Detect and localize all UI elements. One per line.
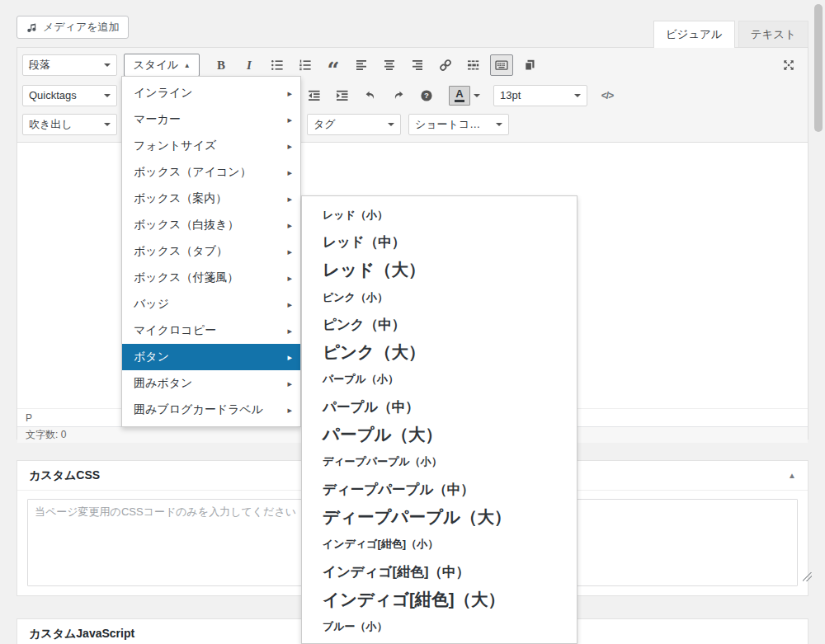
redo-icon <box>392 89 405 102</box>
blockquote-button[interactable] <box>322 54 345 76</box>
submenu-item-label: ピンク（中） <box>323 316 405 334</box>
outdent-button[interactable] <box>303 85 326 106</box>
submenu-item[interactable]: レッド（小） <box>302 201 577 228</box>
submenu-item[interactable]: インディゴ[紺色]（大） <box>302 585 577 613</box>
undo-icon <box>364 89 377 102</box>
shortcode-select[interactable]: ショートコ… <box>408 114 509 135</box>
tag-select[interactable]: タグ <box>307 114 401 135</box>
format-select[interactable]: 段落 <box>22 54 117 76</box>
style-menu-item[interactable]: ボックス（白抜き）▸ <box>122 212 300 238</box>
bold-button[interactable]: B <box>210 54 233 76</box>
submenu-item[interactable]: ピンク（大） <box>302 338 577 365</box>
speech-bubble-select[interactable]: 吹き出し <box>22 114 117 135</box>
style-menu-item-label: マイクロコピー <box>134 323 216 338</box>
style-menu-item[interactable]: フォントサイズ▸ <box>122 133 300 159</box>
custom-css-title: カスタムCSS <box>29 468 100 483</box>
submenu-item[interactable]: ピンク（中） <box>302 311 577 338</box>
custom-js-title: カスタムJavaScript <box>29 627 134 642</box>
source-code-button[interactable]: </> <box>596 85 619 106</box>
submenu-arrow-icon: ▸ <box>287 326 292 336</box>
help-icon: ? <box>420 89 433 102</box>
submenu-item[interactable]: パープル（大） <box>302 421 577 448</box>
style-menu-item[interactable]: 囲みボタン▸ <box>122 370 300 397</box>
collapse-panel-button[interactable]: ▲ <box>788 471 796 480</box>
style-menu-item[interactable]: マイクロコピー▸ <box>122 317 300 344</box>
fullscreen-button[interactable] <box>777 54 800 76</box>
editor-mode-tabs: ビジュアル テキスト <box>650 21 808 48</box>
style-menu-item-label: インライン <box>134 86 193 101</box>
toolbar-toggle-button[interactable] <box>490 54 513 76</box>
styles-button-label: スタイル <box>133 58 178 73</box>
button-styles-submenu: レッド（小）レッド（中）レッド（大）ピンク（小）ピンク（中）ピンク（大）パープル… <box>301 195 578 644</box>
style-menu-item[interactable]: ボタン▸ <box>122 344 300 370</box>
style-menu-item-label: フォントサイズ <box>134 139 216 153</box>
link-button[interactable] <box>434 54 457 76</box>
italic-icon: I <box>247 59 252 73</box>
style-menu-item-label: ボックス（タブ） <box>134 244 228 259</box>
align-right-button[interactable] <box>406 54 429 76</box>
indent-button[interactable] <box>331 85 354 106</box>
submenu-item[interactable]: ディープパープル（中） <box>302 476 577 503</box>
numbered-list-button[interactable] <box>294 54 317 76</box>
style-menu-item[interactable]: ボックス（タブ）▸ <box>122 238 300 265</box>
paste-as-text-button[interactable] <box>518 54 541 76</box>
font-size-select-value: 13pt <box>500 89 521 101</box>
style-menu-item[interactable]: ボックス（案内）▸ <box>122 186 300 212</box>
submenu-item[interactable]: ピンク（小） <box>302 284 577 311</box>
help-button[interactable]: ? <box>415 85 438 106</box>
element-path[interactable]: P <box>26 412 32 424</box>
style-menu-item[interactable]: インライン▸ <box>122 80 300 106</box>
submenu-item-label: インディゴ[紺色]（小） <box>323 537 438 552</box>
styles-button[interactable]: スタイル ▲ <box>124 54 200 77</box>
link-icon <box>439 59 452 72</box>
submenu-item-label: レッド（中） <box>323 233 405 251</box>
keyboard-toggle-icon <box>495 59 508 72</box>
style-menu-item[interactable]: ボックス（アイコン）▸ <box>122 159 300 186</box>
submenu-arrow-icon: ▸ <box>287 247 292 257</box>
undo-button[interactable] <box>359 85 382 106</box>
submenu-item-label: パープル（大） <box>323 423 442 446</box>
tab-text[interactable]: テキスト <box>738 21 808 48</box>
align-center-button[interactable] <box>378 54 401 76</box>
add-media-label: メディアを追加 <box>43 20 120 35</box>
add-media-button[interactable]: メディアを追加 <box>16 16 129 39</box>
submenu-arrow-icon: ▸ <box>287 299 292 310</box>
wordpress-classic-editor-page: { "colors": { "accent_blue": "#1373aa", … <box>0 0 825 644</box>
submenu-item-label: ディープパープル（小） <box>323 454 442 469</box>
submenu-item[interactable]: ディープパープル（大） <box>302 503 577 530</box>
read-more-button[interactable] <box>462 54 485 76</box>
text-color-dropdown-button[interactable] <box>470 86 483 106</box>
submenu-item-label: ピンク（大） <box>323 341 425 364</box>
style-menu-item[interactable]: 囲みブログカードラベル▸ <box>122 397 300 423</box>
align-left-button[interactable] <box>350 54 373 76</box>
submenu-item[interactable]: レッド（中） <box>302 228 577 256</box>
submenu-scrollbar-thumb[interactable] <box>814 4 823 132</box>
submenu-item[interactable]: インディゴ[紺色]（小） <box>302 531 577 558</box>
submenu-item[interactable]: ディープパープル（小） <box>302 449 577 476</box>
text-color-button[interactable]: A <box>449 86 470 106</box>
style-menu-item-label: マーカー <box>134 112 181 127</box>
submenu-item[interactable]: インディゴ[紺色]（中） <box>302 558 577 585</box>
submenu-item-label: パープル（小） <box>323 372 398 387</box>
submenu-item-label: パープル（中） <box>323 398 419 416</box>
submenu-item[interactable]: ブルー（小） <box>302 613 577 640</box>
submenu-item-label: ブルー（小） <box>323 619 388 634</box>
bullet-list-button[interactable] <box>266 54 289 76</box>
textarea-resize-grip-icon[interactable] <box>803 572 812 581</box>
italic-button[interactable]: I <box>238 54 261 76</box>
font-size-select[interactable]: 13pt <box>493 85 587 106</box>
style-menu-item[interactable]: バッジ▸ <box>122 291 300 317</box>
tab-visual[interactable]: ビジュアル <box>653 21 735 48</box>
redo-button[interactable] <box>387 85 410 106</box>
outdent-icon <box>308 89 321 102</box>
triangle-up-icon: ▲ <box>184 62 191 69</box>
style-menu-item[interactable]: ボックス（付箋風）▸ <box>122 265 300 291</box>
submenu-item[interactable]: パープル（小） <box>302 366 577 393</box>
submenu-item[interactable]: レッド（大） <box>302 256 577 284</box>
styles-dropdown-menu: インライン▸マーカー▸フォントサイズ▸ボックス（アイコン）▸ボックス（案内）▸ボ… <box>121 76 301 427</box>
format-select-value: 段落 <box>29 58 50 73</box>
style-menu-item[interactable]: マーカー▸ <box>122 106 300 133</box>
submenu-item-label: ピンク（小） <box>323 290 388 305</box>
quicktags-select[interactable]: Quicktags <box>22 85 117 106</box>
submenu-item[interactable]: パープル（中） <box>302 393 577 421</box>
